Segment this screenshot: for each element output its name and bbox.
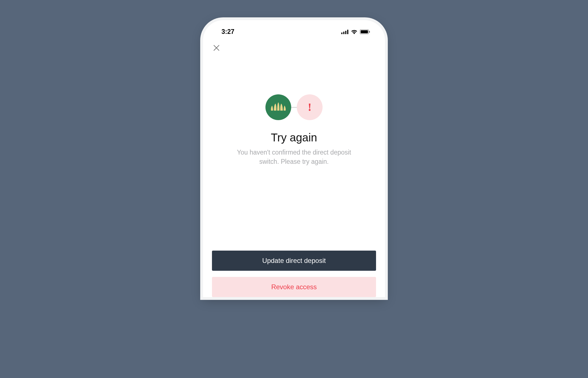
battery-icon xyxy=(360,29,370,34)
svg-rect-0 xyxy=(341,32,342,34)
cellular-icon xyxy=(341,30,349,34)
svg-rect-1 xyxy=(343,32,344,34)
svg-rect-3 xyxy=(347,30,348,34)
phone-frame: 3:27 xyxy=(203,20,385,297)
update-direct-deposit-button[interactable]: Update direct deposit xyxy=(212,251,376,271)
svg-rect-6 xyxy=(369,31,370,33)
brand-croissant-icon xyxy=(265,94,291,120)
page-subtitle: You haven't confirmed the direct deposit… xyxy=(227,148,361,167)
wifi-icon xyxy=(351,29,358,34)
connector-line xyxy=(291,107,297,108)
button-stack: Update direct deposit Revoke access xyxy=(203,251,385,297)
status-time: 3:27 xyxy=(216,28,234,36)
status-indicators xyxy=(341,29,372,34)
close-icon[interactable] xyxy=(213,45,220,51)
svg-rect-2 xyxy=(345,31,346,34)
status-bar: 3:27 xyxy=(203,20,385,38)
revoke-access-button[interactable]: Revoke access xyxy=(212,277,376,297)
svg-rect-5 xyxy=(361,30,368,33)
exclamation-glyph: ! xyxy=(308,102,311,113)
page-title: Try again xyxy=(271,131,317,144)
content: ! Try again You haven't confirmed the di… xyxy=(203,52,385,167)
error-badge-icon: ! xyxy=(297,94,323,120)
nav-bar xyxy=(203,38,385,52)
status-icon-pair: ! xyxy=(265,94,323,120)
